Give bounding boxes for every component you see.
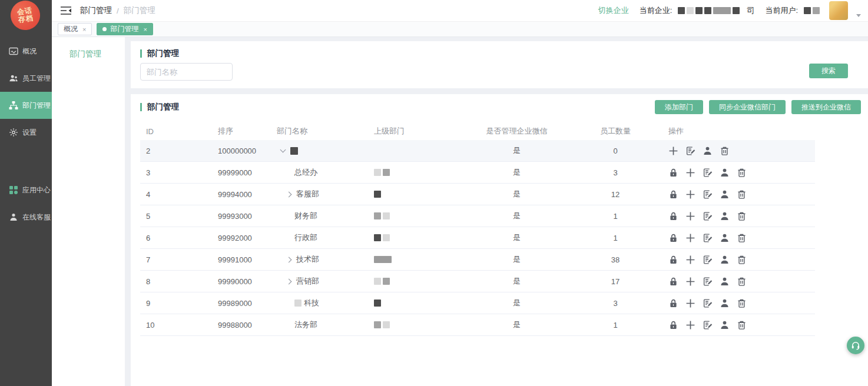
member-icon[interactable] [720, 320, 730, 330]
sidebar-item-label: 设置 [22, 128, 37, 138]
edit-icon[interactable] [685, 146, 695, 156]
cell-employee-count: 17 [580, 277, 651, 286]
lock-icon[interactable] [668, 168, 678, 178]
current-company-value-redacted [678, 7, 740, 14]
delete-icon[interactable] [737, 233, 747, 243]
add-department-button[interactable]: 添加部门 [655, 100, 703, 114]
delete-icon[interactable] [737, 189, 747, 199]
edit-icon[interactable] [703, 320, 713, 330]
breadcrumb-item[interactable]: 部门管理 [80, 5, 112, 16]
cell-manage-wecom: 是 [453, 167, 580, 178]
section-accent-bar [140, 49, 142, 58]
user-menu-caret-icon[interactable] [856, 14, 861, 17]
sidebar-item-support[interactable]: 在线客服 [0, 204, 52, 231]
lock-icon[interactable] [668, 255, 678, 265]
delete-icon[interactable] [737, 211, 747, 221]
cell-manage-wecom: 是 [453, 298, 580, 308]
table-row: 699992000行政部是1 [140, 227, 815, 249]
redacted-block [374, 256, 392, 263]
edit-icon[interactable] [703, 277, 713, 287]
cell-actions [651, 146, 815, 156]
cell-parent-department [357, 256, 453, 263]
top-bar-right: 切换企业 当前企业: 司 当前用户: [598, 1, 861, 20]
lock-icon[interactable] [668, 277, 678, 287]
cell-id: 8 [140, 277, 212, 286]
member-icon[interactable] [720, 211, 730, 221]
tab-departments[interactable]: 部门管理× [97, 23, 153, 35]
add-icon[interactable] [685, 233, 695, 243]
edit-icon[interactable] [703, 211, 713, 221]
delete-icon[interactable] [720, 146, 730, 156]
cell-manage-wecom: 是 [453, 320, 580, 330]
tab-overview[interactable]: 概况× [58, 23, 92, 35]
headset-icon [850, 340, 861, 351]
sidebar-item-employees[interactable]: 员工管理 [0, 65, 52, 92]
subsidebar-item-departments[interactable]: 部门管理 [52, 37, 125, 59]
expand-row-icon[interactable] [286, 257, 292, 262]
department-name-input[interactable] [140, 63, 233, 81]
expand-row-icon[interactable] [286, 191, 292, 197]
lock-icon[interactable] [668, 298, 678, 308]
breadcrumb-separator: / [117, 6, 119, 15]
user-avatar[interactable] [829, 1, 848, 20]
lock-icon[interactable] [668, 211, 678, 221]
edit-icon[interactable] [703, 255, 713, 265]
expand-row-icon[interactable] [286, 278, 292, 284]
collapse-menu-icon[interactable] [60, 6, 72, 15]
add-icon[interactable] [685, 189, 695, 199]
add-icon[interactable] [685, 298, 695, 308]
edit-icon[interactable] [703, 168, 713, 178]
add-icon[interactable] [685, 211, 695, 221]
delete-icon[interactable] [737, 168, 747, 178]
cell-employee-count: 3 [580, 168, 651, 177]
department-name-prefix-redacted [294, 300, 302, 307]
member-icon[interactable] [703, 146, 713, 156]
sidebar-item-apps[interactable]: 应用中心 [0, 177, 52, 204]
departments-table: ID排序部门名称上级部门是否管理企业微信员工数量操作 2100000000是03… [140, 122, 815, 336]
sidebar-item-settings[interactable]: 设置 [0, 119, 52, 146]
member-icon[interactable] [720, 189, 730, 199]
delete-icon[interactable] [737, 277, 747, 287]
edit-icon[interactable] [703, 298, 713, 308]
member-icon[interactable] [720, 255, 730, 265]
tab-close-icon[interactable]: × [82, 26, 86, 33]
cell-sort: 99988000 [212, 321, 271, 330]
add-icon[interactable] [685, 320, 695, 330]
collapse-row-icon[interactable] [280, 147, 286, 153]
lock-icon[interactable] [668, 189, 678, 199]
add-icon[interactable] [685, 255, 695, 265]
lock-icon[interactable] [668, 233, 678, 243]
section-accent-bar [140, 103, 142, 111]
table-panel-header: 部门管理 添加部门同步企业微信部门推送到企业微信 [131, 94, 868, 114]
delete-icon[interactable] [737, 298, 747, 308]
edit-icon[interactable] [703, 233, 713, 243]
add-icon[interactable] [685, 277, 695, 287]
lock-icon[interactable] [668, 320, 678, 330]
tab-close-icon[interactable]: × [143, 26, 147, 33]
cell-sort: 99991000 [212, 255, 271, 264]
cell-id: 9 [140, 299, 212, 308]
add-icon[interactable] [668, 146, 678, 156]
sync-wecom-departments-button[interactable]: 同步企业微信部门 [709, 100, 786, 114]
sidebar-item-overview[interactable]: 概况 [0, 38, 52, 65]
member-icon[interactable] [720, 233, 730, 243]
edit-icon[interactable] [703, 189, 713, 199]
search-button[interactable]: 搜索 [809, 64, 848, 78]
table-body: 2100000000是0399999000总经办是3499994000客服部是1… [140, 140, 815, 336]
switch-company-link[interactable]: 切换企业 [598, 5, 629, 16]
sidebar-menu-bottom: 应用中心在线客服 [0, 177, 52, 231]
member-icon[interactable] [720, 298, 730, 308]
delete-icon[interactable] [737, 320, 747, 330]
table-panel-title-row: 部门管理 [140, 102, 179, 112]
table-column-header: 上级部门 [357, 126, 453, 137]
delete-icon[interactable] [737, 255, 747, 265]
member-icon[interactable] [720, 277, 730, 287]
redacted-block [383, 169, 390, 176]
add-icon[interactable] [685, 168, 695, 178]
member-icon[interactable] [720, 168, 730, 178]
customer-service-button[interactable] [847, 337, 864, 354]
current-user-value-redacted [804, 7, 820, 14]
push-to-wecom-button[interactable]: 推送到企业微信 [791, 100, 861, 114]
sidebar-item-label: 在线客服 [22, 212, 51, 222]
sidebar-item-departments[interactable]: 部门管理 [0, 92, 52, 119]
